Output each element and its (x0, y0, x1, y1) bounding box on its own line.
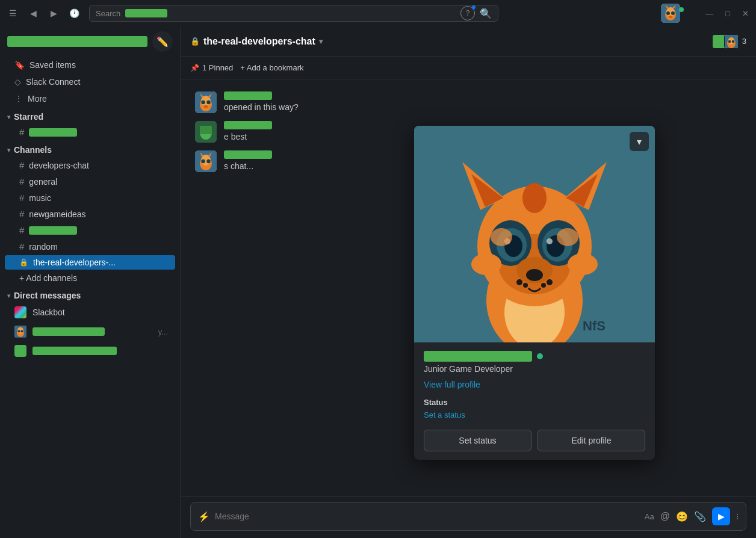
search-bar[interactable]: Search ? 🔍 (89, 5, 498, 22)
more-icon: ⋮ (14, 94, 23, 104)
svg-point-63 (522, 183, 547, 213)
user-avatar[interactable] (661, 4, 680, 23)
svg-point-5 (669, 16, 672, 18)
add-channels-item[interactable]: + Add channels (5, 271, 175, 285)
profile-dropdown-button[interactable]: ▾ (630, 132, 649, 151)
fox-illustration: NfS (414, 126, 655, 342)
channel-item-redacted[interactable]: # (5, 223, 175, 238)
channel-lock-icon: 🔒 (190, 37, 200, 46)
attachment-icon[interactable]: 📎 (694, 511, 706, 522)
svg-point-21 (201, 100, 205, 104)
channels-section-header[interactable]: ▾ Channels (0, 140, 180, 157)
avatar-image (661, 4, 680, 23)
svg-point-56 (526, 269, 543, 281)
dm-section-header[interactable]: ▾ Direct messages (0, 286, 180, 303)
hash-icon: # (19, 127, 24, 137)
lightning-icon[interactable]: ⚡ (198, 511, 210, 522)
view-full-profile-link[interactable]: View full profile (424, 380, 645, 389)
message-avatar-3[interactable] (195, 150, 217, 172)
search-icon[interactable]: 🔍 (480, 8, 492, 19)
message-username-2 (224, 121, 272, 129)
minimize-button[interactable]: — (705, 9, 713, 18)
sidebar-item-slack-connect[interactable]: ◇ Slack Connect (5, 74, 175, 90)
hash-icon: # (19, 241, 24, 252)
svg-point-58 (523, 283, 528, 288)
dm-user1-name (33, 327, 105, 336)
workspace-header: ✏️ (0, 26, 180, 57)
user-avatar-area (661, 4, 689, 23)
emoji-icon[interactable]: 😊 (676, 511, 688, 522)
channel-name-general: general (29, 177, 57, 187)
forward-button[interactable]: ▶ (48, 8, 59, 19)
slack-connect-label: Slack Connect (26, 77, 80, 87)
channel-title[interactable]: 🔒 the-real-developers-chat ▾ (190, 36, 323, 47)
search-value (125, 9, 167, 17)
maximize-button[interactable]: □ (725, 9, 730, 18)
channel-chevron-icon: ▾ (319, 37, 323, 46)
profile-actions: Set status Edit profile (424, 427, 645, 451)
set-status-button[interactable]: Set status (424, 430, 531, 451)
dm-user2-name (33, 347, 117, 355)
channel-item-real-developers[interactable]: 🔒 the-real-developers-... (5, 255, 175, 270)
dm-item-user1[interactable]: y... (5, 323, 175, 341)
profile-name-row (424, 351, 645, 362)
add-bookmark-item[interactable]: + Add a bookmark (240, 63, 303, 72)
edit-profile-button[interactable]: Edit profile (538, 430, 645, 451)
svg-rect-28 (200, 126, 212, 134)
history-icon[interactable]: 🕐 (69, 8, 79, 19)
svg-point-22 (206, 100, 210, 104)
hamburger-icon[interactable]: ☰ (7, 8, 18, 19)
svg-point-52 (547, 238, 553, 244)
text-size-icon[interactable]: Aa (645, 512, 654, 521)
input-actions: Aa @ 😊 📎 ▶ ⁝ (645, 507, 739, 525)
channel-item-general[interactable]: # general (5, 174, 175, 189)
svg-point-11 (18, 330, 20, 333)
close-button[interactable]: ✕ (742, 9, 749, 18)
svg-point-33 (206, 159, 210, 163)
msg-avatar-image-1 (195, 91, 217, 113)
message-avatar-2[interactable] (195, 121, 217, 143)
message-avatar-1[interactable] (195, 91, 217, 113)
slackbot-avatar (14, 306, 26, 318)
sidebar-item-saved[interactable]: 🔖 Saved items (5, 57, 175, 73)
channel-item-random[interactable]: # random (5, 239, 175, 254)
svg-point-59 (541, 283, 546, 288)
svg-point-54 (557, 228, 578, 246)
hash-icon: # (19, 176, 24, 187)
profile-cover: NfS ▾ (414, 126, 655, 342)
starred-channel-item[interactable]: # (5, 125, 175, 140)
message-input[interactable] (215, 512, 640, 521)
status-label: Status (424, 398, 645, 407)
dm-item-user2[interactable] (5, 342, 175, 360)
workspace-name[interactable] (7, 36, 147, 47)
header-members: 3 (712, 34, 746, 49)
msg-avatar-image-2 (195, 121, 217, 143)
compose-button[interactable]: ✏️ (152, 31, 173, 52)
svg-point-3 (666, 11, 670, 15)
channel-item-music[interactable]: # music (5, 190, 175, 205)
svg-point-17 (732, 40, 734, 42)
sidebar-item-more[interactable]: ⋮ More (5, 91, 175, 107)
help-button[interactable]: ? (460, 6, 475, 20)
profile-name (424, 351, 532, 362)
channel-item-newgameideas[interactable]: # newgameideas (5, 206, 175, 221)
channel-name-music: music (29, 193, 51, 203)
channel-item-developers-chat[interactable]: # developers-chat (5, 158, 175, 173)
pinned-item[interactable]: 📌 1 Pinned (190, 63, 233, 72)
set-status-link[interactable]: Set a status (424, 410, 465, 419)
slack-connect-icon: ◇ (14, 77, 21, 87)
send-button[interactable]: ▶ (712, 507, 730, 525)
status-section: Status Set a status (424, 398, 645, 420)
starred-channel-name (29, 128, 77, 137)
format-icon[interactable]: ⁝ (736, 512, 739, 521)
back-button[interactable]: ◀ (28, 8, 39, 19)
bookmark-icon: 🔖 (14, 60, 25, 70)
dropdown-chevron-icon: ▾ (637, 136, 642, 147)
more-label: More (28, 94, 47, 104)
message-input-wrapper: ⚡ Aa @ 😊 📎 ▶ ⁝ (190, 502, 746, 531)
starred-section-header[interactable]: ▾ Starred (0, 107, 180, 124)
at-icon[interactable]: @ (660, 511, 670, 522)
dm-item-slackbot[interactable]: Slackbot (5, 303, 175, 321)
profile-title: Junior Game Developer (424, 364, 645, 374)
pinned-label: 1 Pinned (202, 63, 233, 72)
